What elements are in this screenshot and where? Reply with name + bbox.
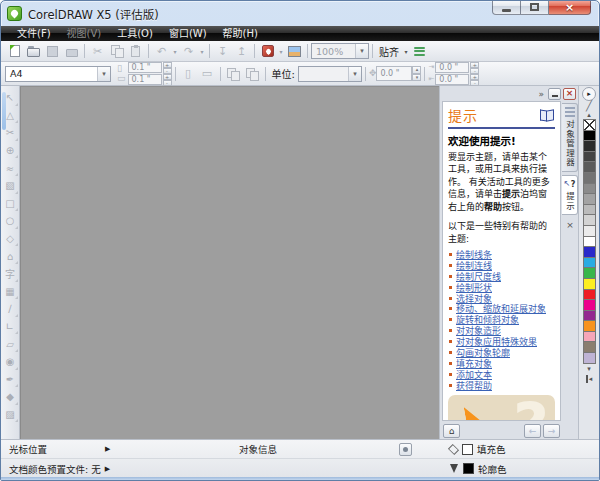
duplicate-y-spinner[interactable]: +- xyxy=(470,74,479,85)
zoom-level-combobox[interactable]: 100% ▾ xyxy=(311,43,369,59)
toolbar-separator xyxy=(372,44,373,58)
crop-tool[interactable]: ✂ xyxy=(2,124,19,142)
docker-tabstrip: 对象管理器提示× xyxy=(561,101,579,439)
minimize-button[interactable] xyxy=(492,0,521,15)
drawing-canvas[interactable] xyxy=(20,86,439,439)
palette-scroll-down-button[interactable]: ▾ xyxy=(587,365,591,373)
eyedropper-tool[interactable]: ◉ xyxy=(2,353,19,371)
menu-item[interactable]: 视图(V) xyxy=(59,26,110,41)
help-book-icon[interactable] xyxy=(540,110,555,120)
fill-color-chip[interactable] xyxy=(462,444,473,455)
application-launcher-dropdown[interactable]: ▾ xyxy=(277,48,285,55)
bullet-icon xyxy=(449,362,452,365)
snap-to-dropdown[interactable]: ▾ xyxy=(402,48,410,55)
page-height-field[interactable]: 0.1 " xyxy=(128,74,162,85)
menu-item[interactable]: 帮助(H) xyxy=(215,26,266,41)
object-info-label: 对象信息 xyxy=(239,442,277,456)
units-combobox[interactable]: ▾ xyxy=(298,66,362,82)
color-profile-flyout-icon[interactable]: ▶ xyxy=(105,465,110,473)
page-width-spinner[interactable]: +- xyxy=(163,62,172,73)
welcome-screen-button[interactable] xyxy=(285,42,304,60)
open-button[interactable] xyxy=(24,42,43,60)
options-button[interactable] xyxy=(410,42,429,60)
fill-tool[interactable]: ◆ xyxy=(2,388,19,406)
polygon-tool[interactable]: ◇ xyxy=(2,230,19,248)
page-height-spinner[interactable]: +- xyxy=(163,74,172,85)
duplicate-x-spinner[interactable]: +- xyxy=(470,62,479,73)
palette-flyout-button[interactable]: ▸ xyxy=(582,87,596,101)
save-icon xyxy=(47,46,58,57)
page-size-combobox[interactable]: A4 ▾ xyxy=(5,66,111,82)
import-button[interactable]: ↧ xyxy=(213,42,232,60)
redo-button[interactable]: ↷ xyxy=(179,42,198,60)
redo-dropdown[interactable]: ▾ xyxy=(198,48,206,55)
snap-to-button[interactable]: 贴齐 xyxy=(379,44,399,59)
copy-button[interactable] xyxy=(107,42,126,60)
freehand-tool[interactable]: ≈ xyxy=(2,159,19,177)
current-page-button[interactable] xyxy=(243,65,262,83)
cursor-position-flyout-icon[interactable]: ▶ xyxy=(105,445,110,453)
back-button[interactable]: ← xyxy=(524,424,541,438)
forward-button[interactable]: → xyxy=(543,424,560,438)
menu-item[interactable]: 文件(F) xyxy=(9,26,59,41)
shape-tool[interactable]: △ xyxy=(2,107,19,125)
nudge-offset-spinner[interactable]: ▴▾ xyxy=(412,66,421,81)
blend-tool[interactable]: ▱ xyxy=(2,335,19,353)
outline-color-chip[interactable] xyxy=(463,463,474,474)
close-button[interactable]: × xyxy=(549,0,591,15)
basic-shapes-tool[interactable]: ⌂ xyxy=(2,247,19,265)
app-window: CorelDRAW X5 (评估版) × 文件(F)视图(V)工具(O)窗口(W… xyxy=(0,0,600,481)
save-button[interactable] xyxy=(43,42,62,60)
docker-minimize-button[interactable] xyxy=(548,88,561,100)
palette-scroll-up-button[interactable]: ▴ xyxy=(587,111,591,119)
new-document-button[interactable] xyxy=(5,42,24,60)
outline-pen-tool[interactable]: ✒ xyxy=(2,371,19,389)
hint-topic-link[interactable]: 获得帮助 xyxy=(448,380,555,391)
page-width-field[interactable]: 0.1 " xyxy=(128,62,162,73)
cut-button[interactable]: ✂ xyxy=(88,42,107,60)
menu-item[interactable]: 工具(O) xyxy=(109,26,161,41)
duplicate-x-field[interactable]: 0.0 " xyxy=(435,62,469,73)
docker-tab-object-manager[interactable]: 对象管理器 xyxy=(562,103,578,172)
tabstrip-close-button[interactable]: × xyxy=(566,220,574,230)
landscape-button[interactable]: ▭ xyxy=(198,65,217,83)
text-tool[interactable]: 字 xyxy=(2,265,19,283)
connector-tool[interactable]: ∟ xyxy=(2,318,19,336)
docker-close-button[interactable]: × xyxy=(563,88,576,100)
topics-intro: 以下是一些特别有帮助的主题: xyxy=(448,219,555,245)
pick-tool[interactable]: ↖ xyxy=(2,89,19,107)
cursor-position-label: 光标位置 xyxy=(9,442,47,456)
object-info-icon[interactable] xyxy=(399,443,412,456)
dimension-tool[interactable]: ∕ xyxy=(2,300,19,318)
export-button[interactable]: ↥ xyxy=(232,42,251,60)
smart-fill-tool[interactable]: ▧ xyxy=(2,177,19,195)
ellipse-tool[interactable]: ○ xyxy=(2,212,19,230)
palette-eyedropper-icon[interactable]: ╱ xyxy=(586,101,592,111)
zoom-tool[interactable]: ⊕ xyxy=(2,142,19,160)
outline-pen-icon xyxy=(450,464,458,473)
print-button[interactable] xyxy=(62,42,81,60)
home-button[interactable]: ⌂ xyxy=(443,424,460,438)
units-label: 单位: xyxy=(272,66,295,81)
duplicate-y-field[interactable]: 0.0 " xyxy=(435,74,469,85)
docker-tab-hints[interactable]: 提示 xyxy=(562,175,578,215)
palette-expand-button[interactable]: ◂ xyxy=(586,375,593,383)
undo-button[interactable]: ↶ xyxy=(152,42,171,60)
rectangle-tool[interactable]: □ xyxy=(2,195,19,213)
page-size-dropdown-icon: ▾ xyxy=(97,67,110,81)
portrait-button[interactable]: ▯ xyxy=(179,65,198,83)
nudge-offset-field[interactable]: 0.0 " xyxy=(376,66,412,81)
table-tool[interactable]: ▦ xyxy=(2,283,19,301)
color-swatch[interactable] xyxy=(583,352,596,364)
all-pages-button[interactable] xyxy=(224,65,243,83)
paste-button[interactable] xyxy=(126,42,145,60)
heading-rule xyxy=(448,127,555,129)
hints-illustration: ? xyxy=(448,395,555,421)
interactive-fill-tool[interactable]: ▨ xyxy=(2,406,19,424)
workspace: ↖△✂⊕≈▧□○◇⌂字▦∕∟▱◉✒◆▨ » × 提示 欢迎使用提示! xyxy=(1,86,599,439)
menu-item[interactable]: 窗口(W) xyxy=(161,26,215,41)
maximize-button[interactable] xyxy=(521,0,549,15)
application-launcher-button[interactable] xyxy=(258,42,277,60)
undo-dropdown[interactable]: ▾ xyxy=(171,48,179,55)
docker-collapse-button[interactable]: » xyxy=(538,89,544,99)
